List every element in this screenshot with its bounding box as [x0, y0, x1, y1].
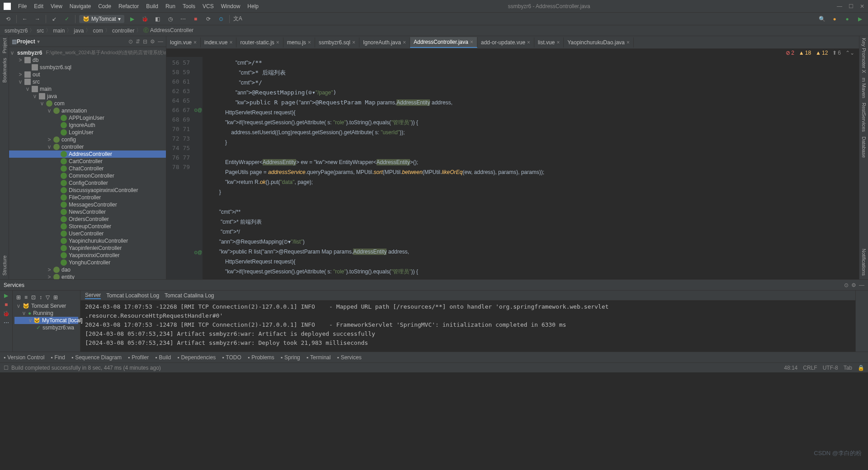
menu-vcs[interactable]: VCS [200, 2, 217, 10]
sync-icon[interactable]: ⟲ [4, 14, 13, 24]
tab-close-icon[interactable]: × [470, 39, 473, 45]
structure-tool-button[interactable]: Structure [2, 255, 7, 276]
menu-file[interactable]: File [15, 2, 29, 10]
target-icon[interactable]: ⊙ [128, 38, 133, 45]
editor-tab[interactable]: menu.js× [283, 38, 315, 47]
coverage-icon[interactable]: ◧ [153, 14, 162, 24]
bottom-tab-version-control[interactable]: ▪ Version Control [4, 354, 44, 361]
bottom-tab-dependencies[interactable]: ▪ Dependencies [177, 354, 216, 361]
menu-edit[interactable]: Edit [31, 2, 46, 10]
log-tab[interactable]: Server [85, 292, 101, 299]
menu-refactor[interactable]: Refactor [116, 2, 142, 10]
lock-icon[interactable]: 🔒 [858, 365, 864, 371]
run-icon[interactable]: ▶ [128, 14, 137, 24]
tree-item[interactable]: >out [9, 71, 166, 78]
bottom-tab-problems[interactable]: ▪ Problems [248, 354, 274, 361]
run-config-selector[interactable]: 🐱 MyTomcat ▾ [79, 15, 124, 23]
weak-warning-indicator[interactable]: ▲ 12 [816, 50, 828, 56]
tree-item[interactable]: UserController [9, 230, 166, 237]
menu-code[interactable]: Code [95, 2, 114, 10]
bottom-tab-profiler[interactable]: ▪ Profiler [128, 354, 149, 361]
editor-tab[interactable]: IgnoreAuth.java× [359, 38, 410, 47]
editor-tab[interactable]: login.vue× [166, 38, 201, 47]
tab-close-icon[interactable]: × [627, 39, 630, 46]
hint-indicator[interactable]: ⬆ 6 [832, 50, 841, 56]
line-separator[interactable]: CRLF [803, 365, 817, 371]
tree-item[interactable]: DiscussyaopinxinxiController [9, 187, 166, 194]
debug-icon[interactable]: 🐞 [3, 310, 9, 317]
services-item[interactable]: v🐱Tomcat Server [14, 302, 78, 310]
editor-tab[interactable]: router-static.js× [236, 38, 283, 47]
translate-icon[interactable]: 文A [233, 14, 242, 24]
tree-item[interactable]: CommonController [9, 172, 166, 179]
tree-item[interactable]: NewsController [9, 208, 166, 216]
breadcrumb-item[interactable]: com [93, 28, 103, 34]
tree-icon[interactable]: ⊞ [16, 294, 21, 301]
project-tree[interactable]: v ssmbyzr6 F:\gitee_work_2024\基于Andriod的… [9, 47, 166, 279]
avatar-icon[interactable]: ● [843, 14, 852, 24]
code-editor[interactable]: "cmt">/** "cmt">* 后端列表 "cmt">*/ "ann">@R… [203, 57, 859, 279]
menu-navigate[interactable]: Navigate [67, 2, 94, 10]
gear-icon[interactable]: ⚙ [851, 282, 856, 288]
status-icon[interactable]: ☐ [4, 365, 9, 371]
tree-item[interactable]: vsrc [9, 78, 166, 85]
search-icon[interactable]: 🔍 [817, 14, 826, 24]
tree-item[interactable]: >db [9, 56, 166, 64]
menu-tools[interactable]: Tools [180, 2, 198, 10]
bottom-tab-sequence-diagram[interactable]: ▪ Sequence Diagram [71, 354, 122, 361]
options-icon[interactable]: ⊙ [844, 282, 849, 288]
tree-item[interactable]: IgnoreAuth [9, 122, 166, 129]
bottom-tab-spring[interactable]: ▪ Spring [281, 354, 300, 361]
inspections-bar[interactable]: ⊘ 2 ▲ 18 ▲ 12 ⬆ 6 ⌃⌄ [166, 49, 859, 57]
actions-icon[interactable]: ⊙ [217, 14, 226, 24]
breadcrumb-item[interactable]: controller [112, 28, 134, 34]
error-indicator[interactable]: ⊘ 2 [786, 50, 794, 56]
collapse-icon[interactable]: ⊟ [143, 38, 147, 45]
tree-item[interactable]: >config [9, 136, 166, 143]
editor-tab[interactable]: AddressController.java× [410, 37, 477, 48]
file-encoding[interactable]: UTF-8 [823, 365, 838, 371]
tab-close-icon[interactable]: × [193, 39, 197, 46]
rest-tool-button[interactable]: RestServices [861, 103, 867, 132]
menu-view[interactable]: View [48, 2, 65, 10]
bottom-tab-services[interactable]: ▪ Services [337, 354, 361, 361]
gear-icon[interactable]: ⚙ [150, 38, 155, 45]
tree-item[interactable]: APPLoginUser [9, 114, 166, 122]
tree-item[interactable]: CartController [9, 158, 166, 165]
attach-icon[interactable]: ⋯ [179, 14, 188, 24]
expand-icon[interactable]: ⇵ [136, 38, 140, 45]
tree-item[interactable]: OrdersController [9, 216, 166, 223]
filter-icon[interactable]: ≡ [24, 294, 28, 301]
line-gutter[interactable]: 56 57 58 59 60 61 62 63 64 65 66 67 68 6… [166, 57, 193, 279]
back-icon[interactable]: ← [20, 14, 29, 24]
tab-close-icon[interactable]: × [276, 39, 279, 46]
hide-icon[interactable]: — [859, 282, 864, 288]
tree-item[interactable]: >dao [9, 266, 166, 273]
editor-tab[interactable]: ssmbyzr6.sql× [315, 38, 359, 47]
tree-item[interactable]: vcontroller [9, 143, 166, 150]
menu-window[interactable]: Window [218, 2, 243, 10]
bottom-tab-todo[interactable]: ▪ TODO [222, 354, 241, 361]
tree-item[interactable]: >entity [9, 273, 166, 279]
tab-close-icon[interactable]: × [229, 39, 232, 46]
chevron-down-icon[interactable]: ▾ [37, 38, 40, 45]
database-tool-button[interactable]: Database [861, 136, 867, 158]
rerun-icon[interactable]: ▶ [4, 292, 8, 299]
menu-build[interactable]: Build [143, 2, 161, 10]
maximize-icon[interactable]: ☐ [849, 3, 854, 9]
log-tab[interactable]: Tomcat Catalina Log [165, 292, 214, 299]
bottom-tab-build[interactable]: ▪ Build [155, 354, 171, 361]
breadcrumb-item[interactable]: main [53, 28, 65, 34]
tree-item[interactable]: YonghuController [9, 259, 166, 266]
vcs-update-icon[interactable]: ↙ [50, 14, 59, 24]
bottom-tab-find[interactable]: ▪ Find [51, 354, 65, 361]
tree-item[interactable]: ConfigController [9, 179, 166, 187]
key-promoter-tool-button[interactable]: Key Promoter X [861, 38, 867, 73]
tree-item[interactable]: LoginUser [9, 129, 166, 136]
notifications-tool-button[interactable]: Notifications [861, 249, 867, 276]
tree-item[interactable]: FileController [9, 194, 166, 201]
filter2-icon[interactable]: ▽ [46, 294, 50, 301]
services-item[interactable]: v●Running [14, 310, 78, 317]
bookmarks-tool-button[interactable]: Bookmarks [2, 58, 7, 83]
stop-icon[interactable]: ■ [5, 301, 8, 308]
